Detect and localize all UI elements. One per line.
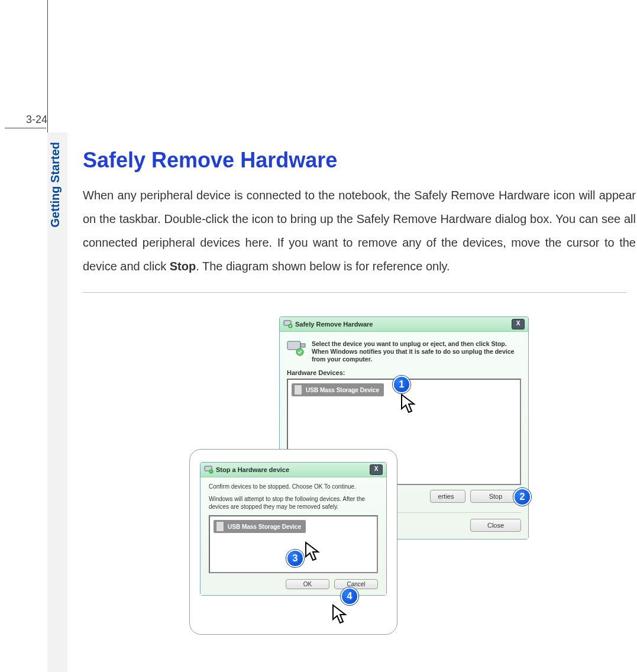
close-button[interactable]: Close <box>470 519 521 532</box>
dialog1-close-button[interactable]: X <box>512 319 525 329</box>
svg-point-4 <box>296 348 303 356</box>
body-part-2: . The diagram shown below is for referen… <box>196 260 450 273</box>
page-title: Safely Remove Hardware <box>83 148 636 173</box>
body-bold-stop: Stop <box>170 260 196 273</box>
diagram-area: Safely Remove Hardware X <box>189 316 603 648</box>
ok-button[interactable]: OK <box>286 579 329 589</box>
dialog2-device-item[interactable]: USB Mass Storage Device <box>214 520 306 533</box>
dialog2-device-label: USB Mass Storage Device <box>228 524 301 530</box>
device-icon <box>216 521 224 532</box>
dialog2-titlebar: Stop a Hardware device X <box>201 463 386 477</box>
cancel-button-label: Cancel <box>347 581 365 587</box>
ok-button-label: OK <box>303 581 312 587</box>
properties-button-label-visible: erties <box>438 493 454 500</box>
dialog1-titlebar: Safely Remove Hardware X <box>280 317 528 332</box>
page-number: 3-24 <box>5 114 47 126</box>
cursor-icon <box>304 541 322 563</box>
svg-point-6 <box>209 470 213 473</box>
callout-2: 2 <box>513 488 531 506</box>
properties-button[interactable]: erties <box>430 490 465 503</box>
dialog2-line1: Confirm devices to be stopped. Choose OK… <box>209 483 378 490</box>
callout-4: 4 <box>341 587 358 605</box>
eject-icon <box>283 320 293 328</box>
eject-icon <box>204 466 214 474</box>
cancel-button[interactable]: Cancel <box>334 579 378 589</box>
callout-3: 3 <box>286 550 304 567</box>
dialog1-title-text: Safely Remove Hardware <box>295 321 373 328</box>
dialog2-title-text: Stop a Hardware device <box>216 466 289 473</box>
cursor-icon <box>400 393 418 415</box>
divider <box>83 292 627 293</box>
dialog2-close-button[interactable]: X <box>370 464 383 475</box>
dialog1-instruction: Select the device you want to unplug or … <box>312 340 521 363</box>
usb-info-icon <box>287 340 307 357</box>
svg-rect-2 <box>287 341 300 350</box>
device-item-usb-mass-storage[interactable]: USB Mass Storage Device <box>292 383 384 396</box>
dialog2-line2: Windows will attempt to stop the followi… <box>209 496 378 511</box>
device-icon <box>294 385 302 395</box>
stop-button-label: Stop <box>489 493 503 500</box>
device-item-label: USB Mass Storage Device <box>306 387 379 393</box>
svg-point-1 <box>289 324 292 328</box>
section-tab-label: Getting Started <box>48 142 62 227</box>
dialog-stop-hardware-device: Stop a Hardware device X Confirm devices… <box>200 462 387 596</box>
close-button-label: Close <box>487 522 504 529</box>
cursor-icon <box>331 604 349 625</box>
page-number-rule <box>5 128 46 128</box>
svg-rect-3 <box>300 344 305 347</box>
body-paragraph: When any peripheral device is connected … <box>83 183 636 278</box>
callout-1: 1 <box>393 376 410 393</box>
